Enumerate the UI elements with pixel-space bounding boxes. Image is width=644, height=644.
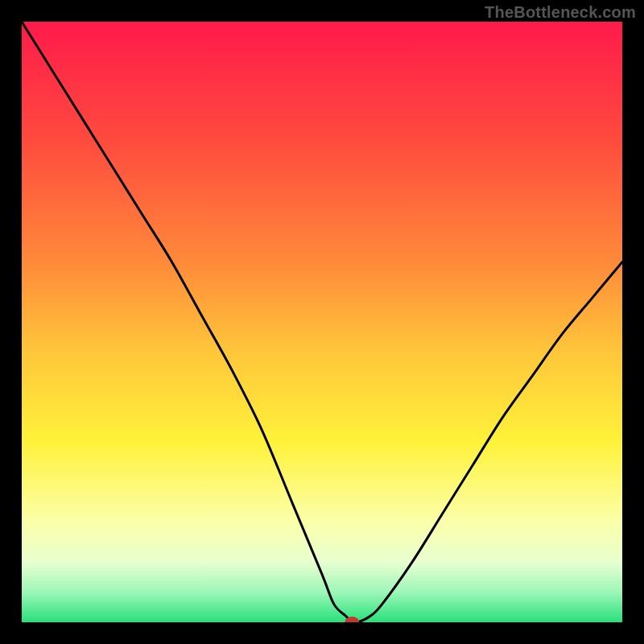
- watermark-text: TheBottleneck.com: [485, 3, 636, 22]
- gradient-background: [22, 22, 622, 622]
- plot-area: [22, 22, 622, 622]
- chart-stage: TheBottleneck.com: [0, 0, 644, 644]
- bottleneck-chart-svg: [22, 22, 622, 622]
